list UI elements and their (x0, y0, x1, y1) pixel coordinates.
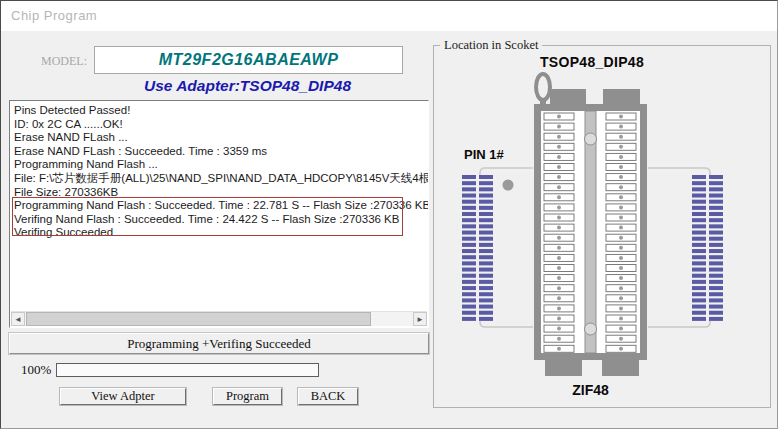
model-value: MT29F2G16ABAEAWP (159, 51, 339, 69)
back-button[interactable]: BACK (298, 388, 358, 405)
zif-label: ZIF48 (534, 382, 647, 398)
pin1-marker-icon (503, 180, 514, 191)
log-line: Erase NAND FLash ... (14, 131, 428, 145)
socket-diagram (434, 46, 770, 407)
socket-bottom-tab (602, 360, 639, 376)
scroll-left-icon[interactable]: ◄ (11, 312, 25, 326)
log-lines: Pins Detected Passed!ID: 0x 2C CA ......… (10, 101, 428, 312)
socket-lever-icon (536, 74, 550, 100)
socket-title: TSOP48_DIP48 (492, 54, 692, 70)
log-textarea[interactable]: Pins Detected Passed!ID: 0x 2C CA ......… (9, 100, 429, 328)
progress-percent-label: 100% (21, 362, 51, 378)
model-label: MODEL: (41, 54, 87, 69)
view-adapter-button[interactable]: View Adpter (60, 388, 186, 405)
log-line: Pins Detected Passed! (14, 104, 428, 118)
scroll-right-icon[interactable]: ► (413, 312, 427, 326)
scrollbar-thumb[interactable] (26, 312, 371, 326)
progress-bar (56, 363, 319, 377)
pin1-label: PIN 1# (464, 147, 504, 162)
location-in-socket-group: Location in Scoket (433, 45, 771, 408)
log-line: ID: 0x 2C CA ......OK! (14, 118, 428, 132)
window-title: Chip Program (11, 8, 97, 23)
socket-top-tab (603, 89, 640, 106)
socket-center-rail (585, 111, 596, 353)
socket-top-tab (550, 89, 586, 106)
log-line: File Size: 270336KB (14, 186, 428, 200)
status-bar: Programming +Verifing Succeeded (9, 333, 429, 354)
log-line: File: F:\芯片数据手册(ALL)\25\NAND_SPI\NAND_DA… (14, 172, 428, 186)
log-horizontal-scrollbar[interactable]: ◄ ► (11, 311, 427, 326)
rail-screw-icon (585, 323, 597, 335)
log-line: Programming Nand Flash : Succeeded. Time… (14, 199, 428, 213)
program-button[interactable]: Program (213, 388, 282, 405)
chip-program-window: Chip Program MODEL: MT29F2G16ABAEAWP Use… (0, 0, 778, 429)
rail-screw-icon (585, 133, 597, 145)
socket-bottom-tab (545, 360, 582, 376)
model-value-box: MT29F2G16ABAEAWP (94, 46, 403, 74)
log-line: Verifing Succeeded (14, 226, 428, 240)
log-line: Programming Nand Flash ... (14, 158, 428, 172)
title-bar: Chip Program (1, 1, 777, 31)
log-line: Erase NAND FLash : Succeeded. Time : 335… (14, 145, 428, 159)
log-line: Verifing Nand Flash : Succeeded. Time : … (14, 213, 428, 227)
adapter-line: Use Adapter:TSOP48_DIP48 (94, 77, 401, 95)
